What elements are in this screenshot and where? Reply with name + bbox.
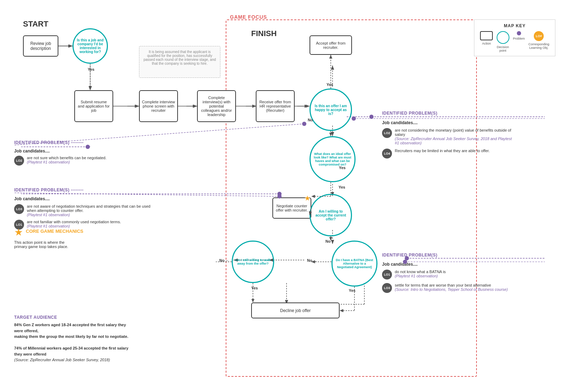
- target-bold-2: 74% of Millennial workers aged 25-34 acc…: [14, 346, 128, 356]
- batna-circle: Do I have a BATNA (Best Alternative to a…: [331, 241, 377, 287]
- map-key-action: Action: [480, 31, 493, 45]
- negotiate-star: ★: [304, 194, 311, 202]
- receive-offer-text: Receive offer from HR representative (Re…: [259, 100, 292, 113]
- accept-offer-box: Accept offer from recruiter.: [310, 35, 352, 55]
- game-focus-border: [226, 19, 477, 377]
- key-lo-label: CorrespondingLearning Obj.: [529, 42, 549, 50]
- key-decision-circle: [497, 31, 509, 44]
- decline-offer-text: Decline job offer: [280, 308, 311, 313]
- complete-interviews-box: Complete interview(s) with potential col…: [197, 90, 236, 122]
- prob3-text1: are not considering the monetary (point)…: [395, 128, 513, 137]
- phone-screen-text: Complete interview phone screen with rec…: [142, 100, 175, 113]
- core-mechanics-text: This action point is where the primary g…: [14, 240, 71, 249]
- game-focus-label: GAME FOCUS: [230, 14, 267, 20]
- prob3-title: Job candidates....: [382, 120, 513, 125]
- prob2-title: Job candidates....: [14, 196, 152, 201]
- prob2-text1: are not aware of negotiation techniques …: [27, 204, 152, 213]
- offer-happy-circle: Is this an offer I am happy to accept as…: [310, 88, 352, 131]
- phone-screen-box: Complete interview phone screen with rec…: [139, 90, 178, 122]
- ideal-offer-text: What does an ideal offer look like? What…: [311, 150, 354, 168]
- target-bold-1: 84% Gen Z workers aged 18-24 accepted th…: [14, 323, 128, 339]
- prob3-text2: Recruiters may be limited in what they a…: [395, 149, 490, 153]
- key-problem-label: Problem: [513, 37, 525, 40]
- key-action-label: Action: [482, 42, 491, 45]
- core-mechanics-title: CORE GAME MECHANICS: [26, 229, 83, 234]
- willing-accept-circle: Am I willing to accept the current offer…: [310, 194, 352, 236]
- prob2-item1: LO3 are not aware of negotiation techniq…: [14, 204, 152, 217]
- prob1-source1: (Playtest #1 observation): [27, 160, 106, 164]
- lo2-badge-1: LO2: [14, 156, 24, 166]
- prob3-source1: (Source: ZipRecruiter Annual Job Seeker …: [395, 137, 513, 145]
- key-lo-badge: LO#: [534, 31, 544, 41]
- yes-label-1: Yes: [88, 67, 94, 71]
- lo4-badge: LO4: [382, 149, 392, 158]
- core-star-icon: ★: [14, 226, 23, 238]
- job-company-text: Is this a job and company I'd be interes…: [74, 37, 107, 55]
- prob4-text2: settle for terms that are worse than you…: [395, 283, 508, 287]
- prob4-text1: do not know what a BATNA is: [395, 270, 446, 274]
- problem-section-1: Job candidates.... LO2 are not sure whic…: [14, 149, 127, 166]
- prob2-source1: (Playtest #1 observation): [27, 213, 152, 217]
- no-label-2: No: [325, 239, 331, 243]
- yes-label-6: Yes: [339, 166, 346, 170]
- yes-label-3: Yes: [339, 185, 345, 189]
- lo2-badge-2: LO2: [382, 128, 392, 138]
- prob1-text1: are not sure which benefits can be negot…: [27, 156, 106, 160]
- job-company-circle: Is this a job and company I'd be interes…: [73, 28, 108, 64]
- target-text: 84% Gen Z workers aged 18-24 accepted th…: [14, 322, 134, 363]
- prob4-title: Job candidates....: [382, 262, 513, 267]
- identified-label-2: IDENTIFIED PROBLEM(S) --------: [14, 188, 83, 192]
- review-job-box: Review job description: [23, 35, 58, 57]
- target-line-1: 84% Gen Z workers aged 18-24 accepted th…: [14, 322, 134, 340]
- prob1-title: Job candidates....: [14, 149, 127, 154]
- problem-section-4: Job candidates.... LO1 do not know what …: [382, 262, 513, 293]
- offer-happy-text: Is this an offer I am happy to accept as…: [311, 102, 351, 118]
- main-container: START FINISH GAME FOCUS MAP KEY Action D…: [0, 0, 566, 392]
- prob4-item2: LO3 settle for terms that are worse than…: [382, 283, 513, 293]
- no-label-4: No ...: [307, 258, 317, 263]
- identified-label-3: IDENTIFIED PROBLEM(S): [382, 111, 438, 116]
- willing-accept-text: Am I willing to accept the current offer…: [311, 207, 351, 223]
- target-source: (Source: ZipRecruiter Annual Job Seeker …: [14, 357, 134, 363]
- key-action-box: [480, 31, 493, 40]
- prob3-item2-text: Recruiters may be limited in what they a…: [395, 149, 490, 153]
- batna-text: Do I have a BATNA (Best Alternative to a…: [333, 256, 376, 271]
- lo3-badge-2: LO3: [382, 283, 392, 293]
- identified-label-1: IDENTIFIED PROBLEM(S) --------: [14, 140, 83, 145]
- prob4-item1-text: do not know what a BATNA is (Playtest #1…: [395, 270, 446, 278]
- map-key: MAP KEY Action Decisionpoint Problem LO#…: [474, 19, 555, 56]
- still-willing-text: Am I still willing to walk away from the…: [233, 256, 273, 267]
- submit-resume-box: Submit resume and application for job: [74, 90, 113, 122]
- map-key-decision: Decisionpoint: [497, 31, 509, 52]
- prob4-source1: (Playtest #1 observation): [395, 274, 446, 278]
- map-key-items: Action Decisionpoint Problem LO# Corresp…: [479, 31, 550, 52]
- key-problem-dot: [517, 31, 521, 35]
- prob1-item1-text: are not sure which benefits can be negot…: [27, 156, 106, 164]
- key-decision-label: Decisionpoint: [497, 45, 509, 52]
- yes-label-5: Yes: [349, 288, 356, 293]
- prob4-item1: LO1 do not know what a BATNA is (Playtes…: [382, 270, 513, 279]
- lo1-badge-2: LO1: [382, 270, 392, 279]
- prob4-source2: (Source: Intro to Negotiations, Tepper S…: [395, 287, 508, 292]
- identified-label-4: IDENTIFIED PROBLEM(S): [382, 253, 438, 258]
- accept-offer-text: Accept offer from recruiter.: [312, 41, 349, 50]
- target-line-2: 74% of Millennial workers aged 25-34 acc…: [14, 345, 134, 357]
- target-title: TARGET AUDIENCE: [14, 315, 134, 320]
- assumption-box: It is being assumed that the applicant i…: [139, 46, 220, 78]
- review-job-text: Review job description: [26, 41, 56, 51]
- prob1-item1: LO2 are not sure which benefits can be n…: [14, 156, 127, 166]
- decline-offer-box: Decline job offer: [251, 302, 340, 318]
- prob4-item2-text: settle for terms that are worse than you…: [395, 283, 508, 292]
- core-mechanics: ★ CORE GAME MECHANICS This action point …: [14, 226, 83, 249]
- receive-offer-box: Receive offer from HR representative (Re…: [256, 90, 295, 122]
- map-key-lo: LO# CorrespondingLearning Obj.: [529, 31, 549, 50]
- still-willing-circle: Am I still willing to walk away from the…: [232, 241, 274, 283]
- problem-section-2: Job candidates.... LO3 are not aware of …: [14, 196, 152, 230]
- core-mechanics-header: ★ CORE GAME MECHANICS: [14, 226, 83, 238]
- lo3-badge-1: LO3: [14, 204, 24, 214]
- assumption-text: It is being assumed that the applicant i…: [144, 50, 216, 65]
- problem-section-3: Job candidates.... LO2 are not consideri…: [382, 120, 513, 158]
- prob2-text2: are not familiar with commonly used nego…: [27, 220, 121, 224]
- no-label-3: No ←: [219, 258, 230, 263]
- map-key-problem: Problem: [513, 31, 525, 40]
